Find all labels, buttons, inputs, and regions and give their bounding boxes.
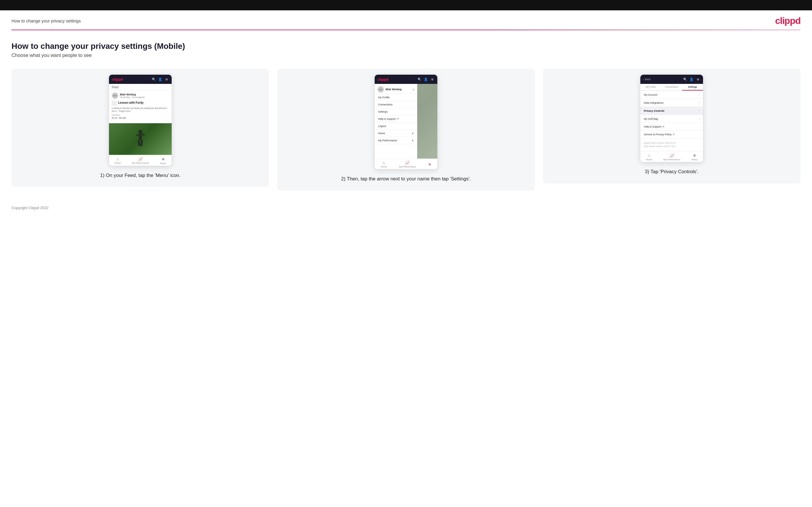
page-subheading: Choose what you want people to see: [11, 53, 801, 58]
menu-label-3: Menu: [692, 158, 697, 161]
search-icon-3: 🔍: [683, 77, 688, 81]
phone3-home-nav: ⌂ Home: [646, 153, 652, 161]
settings-item-golf-bag[interactable]: My Golf Bag ›: [640, 115, 703, 123]
chevron-right-icon-3: ›: [699, 109, 700, 112]
chevron-down-icon-2: ∨: [412, 139, 414, 142]
performance-section-label: My Performance: [378, 139, 397, 142]
step-1-caption: 1) On your Feed, tap the 'Menu' icon.: [100, 172, 181, 179]
user-icon: 👤: [158, 77, 162, 81]
back-arrow-icon: ‹: [643, 78, 644, 81]
server-version: GQL Server Version: 2022.7.30-1: [644, 145, 700, 148]
chevron-right-icon-2: ›: [699, 101, 700, 104]
performance-icon-2: 📈: [405, 161, 410, 165]
phone2-nav: clippd 🔍 👤 ⊕: [375, 75, 437, 84]
chevron-up-icon: ∧: [412, 88, 414, 91]
privacy-policy-label: Service & Privacy Policy ↗: [644, 133, 675, 136]
home-icon: ⌂: [116, 157, 119, 161]
phone1-avatar: BM: [112, 93, 118, 99]
logo: clippd: [775, 15, 801, 26]
client-version: Clippd Client Version: 2022.8.3-3: [644, 141, 700, 145]
phone1-user-info: Blair McHarg Yesterday · Sunningdale: [120, 93, 145, 99]
step-3-caption: 3) Tap 'Privacy Controls'.: [645, 168, 699, 175]
search-icon: 🔍: [152, 77, 156, 81]
svg-rect-2: [136, 134, 139, 135]
settings-item-help[interactable]: Help & Support ↗: [640, 123, 703, 131]
settings-item-account[interactable]: My Account ›: [640, 91, 703, 99]
back-button[interactable]: ‹ Back: [643, 78, 651, 81]
back-label: Back: [645, 78, 651, 81]
tab-connections[interactable]: Connections: [661, 84, 682, 91]
home-label-3: Home: [646, 158, 652, 161]
menu-item-profile[interactable]: My Profile: [375, 94, 417, 101]
menu-section-performance[interactable]: My Performance ∨: [375, 137, 417, 144]
phone3-back-bar: ‹ Back 🔍 👤 ⊕: [640, 75, 703, 84]
phone2-close-nav[interactable]: ✕: [428, 162, 431, 167]
step-3-phone: ‹ Back 🔍 👤 ⊕ My Profile Connections Sett…: [640, 74, 703, 162]
privacy-label: Privacy Controls: [644, 109, 664, 112]
phone1-post: BM Blair McHarg Yesterday · Sunningdale …: [109, 90, 172, 123]
phone2-username: Blair McHarg: [386, 88, 411, 91]
svg-point-0: [138, 130, 142, 134]
settings-item-privacy-policy[interactable]: Service & Privacy Policy ↗: [640, 131, 703, 138]
data-label: Data Integrations: [644, 101, 664, 104]
performance-icon: 📈: [138, 157, 143, 161]
phone3-icons: 🔍 👤 ⊕: [683, 77, 700, 81]
menu-item-connections[interactable]: Connections: [375, 101, 417, 108]
menu-item-settings[interactable]: Settings: [375, 108, 417, 115]
menu-section-home[interactable]: Home ∨: [375, 130, 417, 137]
phone3-version: Clippd Client Version: 2022.8.3-3 GQL Se…: [640, 138, 703, 151]
home-icon-3: ⌂: [648, 153, 650, 158]
menu-label: Menu: [160, 162, 166, 165]
phone1-user-row: BM Blair McHarg Yesterday · Sunningdale: [112, 93, 169, 99]
phone2-performance-nav: 📈 My Performance: [399, 161, 416, 168]
phone2-bottom-nav: ⌂ Home 📈 My Performance ✕: [375, 159, 437, 169]
close-icon: ✕: [428, 162, 431, 167]
phone1-icons: 🔍 👤 ⊕: [152, 77, 169, 81]
menu-item-help[interactable]: Help & Support ↗: [375, 115, 417, 123]
phone2-menu-user-row: BM Blair McHarg ∧: [375, 84, 417, 94]
settings-item-privacy[interactable]: Privacy Controls ›: [640, 107, 703, 115]
feed-label: Feed: [112, 86, 118, 89]
settings-item-data[interactable]: Data Integrations ›: [640, 99, 703, 107]
tab-my-profile[interactable]: My Profile: [640, 84, 661, 91]
search-icon-2: 🔍: [417, 77, 422, 81]
phone2-avatar: BM: [377, 86, 384, 93]
home-label-2: Home: [381, 165, 387, 168]
menu-item-logout[interactable]: Logout: [375, 123, 417, 130]
phone2-screen: BM Blair McHarg ∧ My Profile Connections…: [375, 84, 437, 159]
step-1-phone: clippd 🔍 👤 ⊕ Feed BM Blair: [109, 74, 172, 166]
svg-rect-1: [139, 134, 142, 140]
user-icon-3: 👤: [689, 77, 694, 81]
home-icon-2: ⌂: [383, 161, 385, 165]
phone3-menu-nav: ≡ Menu: [692, 153, 697, 161]
account-label: My Account: [644, 93, 657, 96]
settings-circle-icon: ⊕: [164, 77, 169, 81]
chevron-right-icon-4: ›: [699, 117, 700, 120]
top-bar: [0, 0, 812, 10]
phone1-bottom-nav: ⌂ Home 📈 My Performance ≡ Menu: [109, 155, 172, 166]
help-label: Help & Support ↗: [644, 125, 664, 128]
phone1-feed-tab: Feed: [109, 84, 172, 90]
phone3-bottom-nav: ⌂ Home 📈 My Performance ≡ Menu: [640, 151, 703, 162]
step-3-card: ‹ Back 🔍 👤 ⊕ My Profile Connections Sett…: [543, 69, 801, 183]
menu-icon-3: ≡: [693, 153, 696, 158]
step-2-phone: clippd 🔍 👤 ⊕ BM: [374, 74, 438, 169]
svg-rect-4: [138, 139, 140, 146]
phone1-lesson-title: Lesson with Fordy: [118, 101, 144, 104]
lesson-icon: [112, 101, 117, 106]
golf-bag-label: My Golf Bag: [644, 117, 658, 120]
phone2-icons: 🔍 👤 ⊕: [417, 77, 435, 81]
svg-rect-3: [142, 133, 145, 135]
phone1-desc: Looking to feel like my hands are exitin…: [112, 107, 169, 113]
tab-settings[interactable]: Settings: [682, 84, 703, 91]
phone3-performance-nav: 📈 My Performance: [663, 153, 680, 161]
phone1-lesson-row: Lesson with Fordy: [112, 101, 169, 106]
header: How to change your privacy settings clip…: [0, 10, 812, 30]
step-2-caption: 2) Then, tap the arrow next to your name…: [341, 175, 471, 183]
performance-label-3: My Performance: [663, 158, 680, 161]
phone1-location: Yesterday · Sunningdale: [120, 96, 145, 99]
home-section-label: Home: [378, 132, 385, 135]
performance-label-2: My Performance: [399, 165, 416, 168]
phone1-nav: clippd 🔍 👤 ⊕: [109, 75, 172, 84]
phone1-duration-val: 01 hr : 30 min: [112, 117, 169, 119]
